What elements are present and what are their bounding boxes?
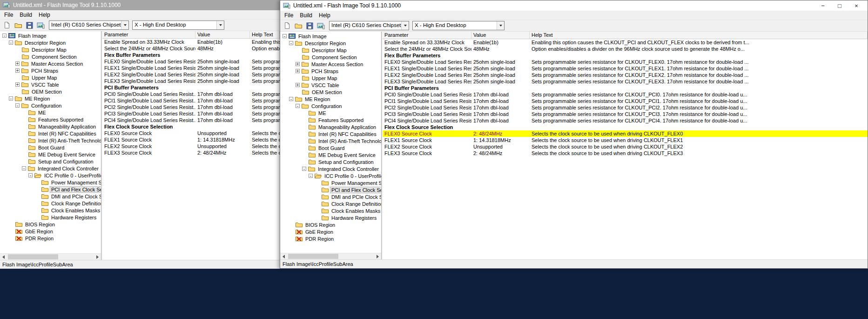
value-cell[interactable]: 17ohm dbl-load: [195, 117, 250, 123]
param-row[interactable]: FLEX2 Single/Double Load Series Resis...…: [383, 72, 868, 78]
tree-item[interactable]: -ICC Profile 0 - UserProfile: [2, 172, 101, 179]
tree-item[interactable]: -Flash Image: [282, 33, 381, 40]
new-file-icon[interactable]: [282, 21, 292, 30]
value-cell[interactable]: 1: 14.31818MHz: [195, 136, 250, 143]
param-row[interactable]: FLEX1 Single/Double Load Series Resis...…: [102, 65, 280, 71]
close-button[interactable]: ×: [848, 0, 865, 11]
section-row[interactable]: Flex Buffer Parameters: [102, 52, 280, 58]
param-row[interactable]: FLEX3 Single/Double Load Series Resis...…: [102, 78, 280, 84]
tree-item[interactable]: PCI and Flex Clock Settings: [2, 186, 101, 193]
value-cell[interactable]: 17ohm dbl-load: [471, 91, 530, 98]
param-row[interactable]: Enable Spread on 33.33MHz ClockEnable(1b…: [102, 39, 280, 45]
column-header-help-text[interactable]: Help Text: [530, 32, 868, 39]
param-row[interactable]: FLEX2 Source ClockUnsupportedSelects the…: [383, 143, 868, 150]
tree-item[interactable]: -Configuration: [2, 102, 101, 109]
tree-item[interactable]: Descriptor Map: [282, 47, 381, 54]
chipset-dropdown[interactable]: Intel (R) C610 Series Chipset: [329, 21, 409, 30]
section-row[interactable]: Flex Clock Source Selection: [383, 124, 868, 130]
expand-plus-icon[interactable]: +: [296, 62, 300, 66]
tree-item[interactable]: Clock Enables Masks: [2, 207, 101, 214]
tree-item[interactable]: -Descriptor Region: [2, 39, 101, 46]
param-row[interactable]: PCI1 Single/Double Load Series Resist...…: [102, 97, 280, 104]
section-row[interactable]: PCI Buffer Parameters: [383, 85, 868, 91]
scrollbar-thumb[interactable]: [8, 254, 58, 259]
value-cell[interactable]: 17ohm dbl-load: [471, 98, 530, 104]
tree-horizontal-scrollbar[interactable]: [280, 253, 381, 259]
tree-item[interactable]: ME Debug Event Service: [2, 151, 101, 158]
expand-plus-icon[interactable]: +: [296, 69, 300, 73]
scrollbar-thumb[interactable]: [288, 254, 338, 259]
tree-item[interactable]: -Configuration: [282, 102, 381, 109]
param-row[interactable]: FLEX0 Source ClockUnsupportedSelects the…: [102, 130, 280, 136]
tree-item[interactable]: Boot Guard: [282, 144, 381, 151]
tree-item[interactable]: Setup and Configuration: [2, 158, 101, 165]
tree-item[interactable]: Intel (R) Anti-Theft Technology: [2, 137, 101, 144]
chevron-down-icon[interactable]: [497, 21, 504, 30]
collapse-minus-icon[interactable]: -: [309, 174, 313, 178]
tree-item[interactable]: Boot Guard: [2, 144, 101, 151]
value-cell[interactable]: Enable(1b): [195, 39, 250, 45]
tree-item[interactable]: Clock Range Definitions: [2, 200, 101, 207]
value-cell[interactable]: 2: 48/24MHz: [195, 149, 250, 156]
value-cell[interactable]: 48MHz: [471, 46, 530, 52]
build-image-icon[interactable]: [316, 21, 326, 30]
param-row[interactable]: PCI0 Single/Double Load Series Resist...…: [383, 91, 868, 98]
section-row[interactable]: Flex Buffer Parameters: [383, 52, 868, 59]
tree-item[interactable]: OEM Section: [282, 88, 381, 95]
tree-item[interactable]: Intel (R) Anti-Theft Technology: [282, 137, 381, 144]
collapse-minus-icon[interactable]: -: [302, 167, 306, 171]
tree-item[interactable]: GbE Region: [282, 228, 381, 235]
expand-plus-icon[interactable]: +: [15, 61, 20, 66]
tree-item[interactable]: Setup and Configuration: [282, 158, 381, 165]
collapse-minus-icon[interactable]: -: [9, 41, 13, 45]
build-image-icon[interactable]: [35, 20, 46, 30]
value-cell[interactable]: 2: 48/24MHz: [471, 150, 530, 156]
section-row[interactable]: Flex Clock Source Selection: [102, 123, 280, 130]
menu-help[interactable]: Help: [316, 11, 334, 20]
scroll-left-arrow-icon[interactable]: [280, 253, 287, 259]
collapse-minus-icon[interactable]: -: [296, 104, 300, 108]
chevron-down-icon[interactable]: [401, 21, 409, 30]
param-row[interactable]: PCI2 Single/Double Load Series Resist...…: [102, 104, 280, 110]
tree-item[interactable]: Upper Map: [282, 75, 381, 81]
param-row[interactable]: FLEX1 Source Clock1: 14.31818MHzSelects …: [102, 136, 280, 143]
tree-item[interactable]: PDR Region: [2, 235, 101, 242]
scrollbar-track[interactable]: [7, 254, 94, 260]
param-row[interactable]: FLEX3 Source Clock2: 48/24MHzSelects the…: [102, 149, 280, 156]
collapse-minus-icon[interactable]: -: [289, 97, 293, 101]
menu-build[interactable]: Build: [296, 11, 316, 20]
tree-item[interactable]: DMI and PCIe Clock Settings: [282, 193, 381, 200]
open-file-icon[interactable]: [13, 20, 23, 30]
param-row[interactable]: Enable Spread on 33.33MHz ClockEnable(1b…: [383, 39, 868, 46]
value-cell[interactable]: 25ohm single-load: [471, 65, 530, 72]
tree-item[interactable]: Intel (R) NFC Capabilities: [282, 130, 381, 137]
param-row[interactable]: PCI4 Single/Double Load Series Resist...…: [102, 117, 280, 123]
tree-item[interactable]: -Flash Image: [2, 32, 101, 39]
tree-item[interactable]: -ME Region: [282, 95, 381, 102]
param-row[interactable]: FLEX2 Source ClockUnsupportedSelects the…: [102, 143, 280, 149]
scrollbar-track[interactable]: [287, 253, 374, 259]
param-row[interactable]: FLEX0 Single/Double Load Series Resis...…: [383, 59, 868, 65]
column-header-parameter[interactable]: Parameter: [383, 32, 471, 39]
value-cell[interactable]: 25ohm single-load: [471, 72, 530, 78]
title-bar[interactable]: Untitled.xml - Flash Image Tool 9.1.10.1…: [280, 0, 868, 11]
collapse-minus-icon[interactable]: -: [28, 173, 33, 177]
param-row[interactable]: PCI2 Single/Double Load Series Resist...…: [383, 104, 868, 111]
tree-item[interactable]: Manageability Application: [2, 123, 101, 130]
tree-item[interactable]: Hardware Registers: [282, 214, 381, 221]
column-header-parameter[interactable]: Parameter: [102, 31, 195, 38]
collapse-minus-icon[interactable]: -: [15, 103, 20, 108]
value-cell[interactable]: 25ohm single-load: [471, 59, 530, 65]
param-row[interactable]: FLEX1 Source Clock1: 14.31818MHzSelects …: [383, 137, 868, 143]
collapse-minus-icon[interactable]: -: [9, 96, 13, 101]
param-row-highlighted[interactable]: FLEX0 Source Clock2: 48/24MHzSelects the…: [383, 130, 868, 137]
value-cell[interactable]: 25ohm single-load: [195, 65, 250, 71]
column-header-help-text[interactable]: Help Text: [250, 31, 280, 38]
expand-plus-icon[interactable]: +: [296, 83, 300, 87]
value-cell[interactable]: Unsupported: [195, 143, 250, 149]
value-cell[interactable]: 48MHz: [195, 45, 250, 52]
tree-item[interactable]: +PCH Straps: [282, 68, 381, 75]
tree-item[interactable]: -ME Region: [2, 95, 101, 102]
tree-horizontal-scrollbar[interactable]: [0, 253, 101, 260]
target-dropdown[interactable]: X - High End Desktop: [132, 20, 224, 30]
